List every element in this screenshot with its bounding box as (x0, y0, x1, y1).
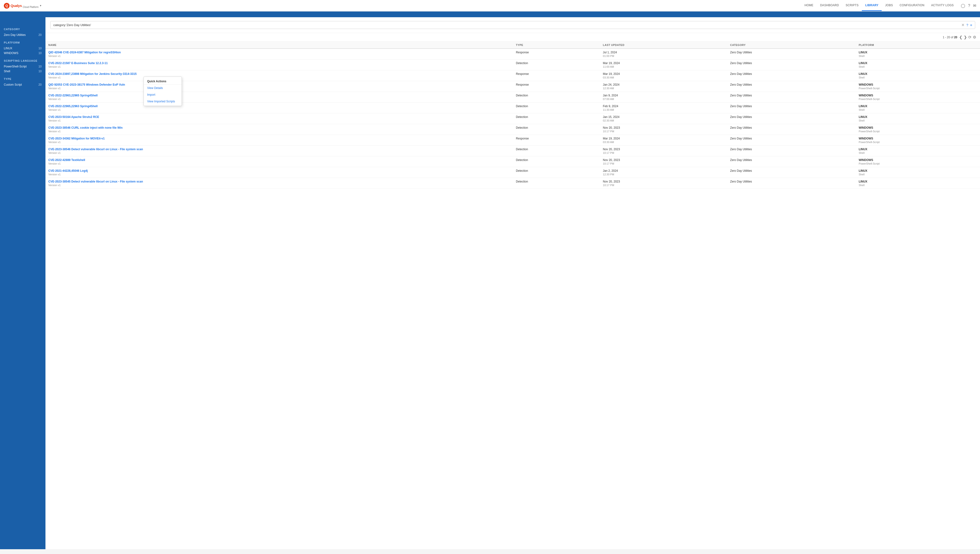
sidebar-item-count: 10 (38, 51, 41, 55)
cell-last-updated: Jul 1, 2024 01:00 PM (600, 49, 727, 60)
cell-category: Zero Day Utilities (727, 103, 856, 113)
prev-page-icon[interactable]: ❮ (959, 35, 962, 40)
sidebar-section-title-category: CATEGORY (4, 28, 41, 30)
sidebar-item-count: 20 (38, 33, 41, 37)
date-secondary: 11:00 AM (603, 65, 725, 68)
cell-name: CVE-2023-34362 Mitigation for MOVEit-v1 … (45, 135, 513, 146)
row-name-link[interactable]: CVE-2023-38545 Detect vulnerable libcurl… (48, 180, 510, 183)
sidebar-item-powershell-script[interactable]: PowerShell-Script10 (4, 64, 41, 69)
date-primary: Jan 24, 2024 (603, 83, 725, 86)
row-version: Version v1 (48, 54, 510, 57)
pagination-end: 20 (947, 36, 950, 39)
platform-primary: LINUX (859, 115, 977, 119)
row-name-link[interactable]: QID 42046 CVE-2024-6387 Mitigation for r… (48, 51, 510, 54)
main-nav: HOMEDASHBOARDSCRIPTSLIBRARYJOBSCONFIGURA… (801, 0, 957, 11)
table-row: CVE-2021-44228,45046 Log4j Version v1 De… (45, 167, 980, 178)
cell-platform: WINDOWS PowerShell-Script (856, 124, 980, 135)
help-icon[interactable]: ? (968, 3, 970, 8)
clear-icon[interactable]: ✕ (961, 23, 964, 27)
platform-primary: LINUX (859, 148, 977, 151)
row-version: Version v1 (48, 141, 510, 143)
cell-type: Response (513, 135, 600, 146)
cell-type: Detection (513, 124, 600, 135)
refresh-icon[interactable]: ⟳ (968, 35, 971, 40)
settings-icon[interactable]: ⚙ (973, 35, 976, 40)
date-secondary: 11:30 AM (603, 108, 725, 111)
row-name-link[interactable]: CVE-2022-22965,22963 Spring4Shell (48, 105, 510, 108)
row-name-link[interactable]: QID 92053 CVE-2023-38175 Windows Defende… (48, 83, 510, 86)
row-name-link[interactable]: CVE-2022-21587 E-Business Suite 12.2.3-1… (48, 62, 510, 65)
sidebar-item-windows[interactable]: WINDOWS10 (4, 51, 41, 56)
row-name-link[interactable]: CVE-2023-38546 Detect vulnerable libcurl… (48, 148, 510, 151)
platform-secondary: PowerShell-Script (859, 87, 977, 90)
next-page-icon[interactable]: ❯ (964, 35, 967, 40)
platform-primary: WINDOWS (859, 94, 977, 97)
table-row: CVE-2023-38546 CURL cookie inject with n… (45, 124, 980, 135)
cell-type: Detection (513, 103, 600, 113)
filter-icon[interactable]: ≡ (970, 23, 972, 27)
platform-primary: LINUX (859, 62, 977, 65)
platform-primary: LINUX (859, 51, 977, 54)
nav-item-home[interactable]: HOME (801, 0, 817, 11)
cell-name: CVE-2023-38546 CURL cookie inject with n… (45, 124, 513, 135)
platform-secondary: Shell (859, 76, 977, 79)
cell-platform: LINUX Shell (856, 146, 980, 156)
nav-item-scripts[interactable]: SCRIPTS (842, 0, 862, 11)
nav-item-configuration[interactable]: CONFIGURATION (896, 0, 928, 11)
cell-name: CVE-2024-23897,23898 Mitigation for Jenk… (45, 70, 513, 81)
qualys-logo: Q Qualys Cloud Platform (4, 3, 38, 9)
sidebar-item-linux[interactable]: LINUX10 (4, 46, 41, 51)
row-name-link[interactable]: CVE-2022-42889 Text4shell (48, 158, 510, 162)
cell-platform: LINUX Shell (856, 70, 980, 81)
platform-primary: LINUX (859, 169, 977, 172)
sidebar-item-zero-day-utilities[interactable]: Zero Day Utilities20 (4, 32, 41, 37)
row-name-link[interactable]: CVE-2023-34362 Mitigation for MOVEit-v1 (48, 137, 510, 140)
cell-platform: WINDOWS PowerShell-Script (856, 156, 980, 167)
nav-item-jobs[interactable]: JOBS (882, 0, 896, 11)
cell-type: Detection (513, 156, 600, 167)
date-primary: Mar 19, 2024 (603, 62, 725, 65)
content-area[interactable]: ✕ ? ≡ 1 - 20 of 20 ❮ ❯ ⟳ ⚙ (45, 17, 980, 549)
pagination-total: 20 (954, 36, 957, 39)
row-name-link[interactable]: CVE-2023-50164 Apache Struts2 RCE (48, 115, 510, 119)
mail-icon[interactable]: ✉ (973, 3, 976, 8)
cell-last-updated: Jan 2, 2024 12:30 PM (600, 167, 727, 178)
date-secondary: 10:17 PM (603, 130, 725, 133)
search-help-icon[interactable]: ? (966, 23, 968, 27)
search-input[interactable] (53, 23, 959, 27)
cell-type: Detection (513, 146, 600, 156)
date-secondary: 12:30 AM (603, 87, 725, 90)
row-name-link[interactable]: CVE-2022-22963,22965 Spring4Shell (48, 94, 510, 97)
date-secondary: 03:30 AM (603, 76, 725, 79)
cell-last-updated: Jan 24, 2024 12:30 AM (600, 81, 727, 92)
data-table: NAME TYPE LAST UPDATED CATEGORY PLATFORM… (45, 41, 980, 189)
cell-platform: LINUX Shell (856, 178, 980, 189)
user-icon[interactable]: ◯ (961, 3, 965, 8)
app-switcher[interactable]: ▾ (38, 4, 41, 7)
cell-last-updated: Mar 19, 2024 11:00 AM (600, 60, 727, 70)
nav-item-dashboard[interactable]: DASHBOARD (817, 0, 843, 11)
table-toolbar: 1 - 20 of 20 ❮ ❯ ⟳ ⚙ (45, 33, 980, 41)
context-menu-item-view-imported-scripts[interactable]: View Imported Scripts (144, 98, 182, 105)
cell-name: CVE-2023-38546 Detect vulnerable libcurl… (45, 146, 513, 156)
sidebar-item-shell[interactable]: Shell10 (4, 69, 41, 74)
col-last-updated: LAST UPDATED (600, 41, 727, 49)
platform-primary: LINUX (859, 72, 977, 76)
cell-type: Detection (513, 60, 600, 70)
cell-type: Detection (513, 178, 600, 189)
cell-category: Zero Day Utilities (727, 124, 856, 135)
context-menu-item-import[interactable]: Import (144, 91, 182, 98)
table-row: CVE-2022-22965,22963 Spring4Shell Versio… (45, 103, 980, 113)
nav-item-activity_logs[interactable]: ACTIVITY LOGS (928, 0, 957, 11)
pagination-start: 1 (943, 36, 944, 39)
row-name-link[interactable]: CVE-2021-44228,45046 Log4j (48, 169, 510, 172)
sidebar: CATEGORYZero Day Utilities20PLATFORMLINU… (0, 17, 45, 549)
row-name-link[interactable]: CVE-2024-23897,23898 Mitigation for Jenk… (48, 72, 510, 76)
sidebar-item-custom-script[interactable]: Custom Script20 (4, 82, 41, 87)
nav-item-library[interactable]: LIBRARY (862, 0, 882, 11)
cell-category: Zero Day Utilities (727, 156, 856, 167)
row-name-link[interactable]: CVE-2023-38546 CURL cookie inject with n… (48, 126, 510, 129)
platform-secondary: Shell (859, 151, 977, 154)
context-menu-item-view-details[interactable]: View Details (144, 85, 182, 91)
table-row: QID 42046 CVE-2024-6387 Mitigation for r… (45, 49, 980, 60)
